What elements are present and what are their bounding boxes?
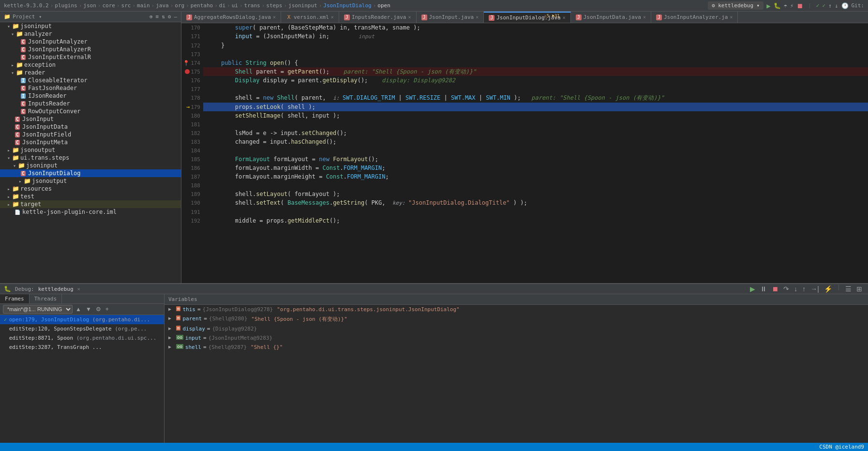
- variable-item-display[interactable]: ▶ m display = {Display@9282}: [165, 324, 868, 333]
- breadcrumb-item[interactable]: core: [102, 2, 115, 9]
- tree-item[interactable]: 📄 kettle-json-plugin-core.iml: [0, 208, 181, 216]
- breadcrumb-item[interactable]: di: [219, 2, 225, 9]
- var-expand-arrow[interactable]: ▶: [168, 306, 174, 312]
- tab-JsonInputDialog[interactable]: J JsonInputDialog.java × ⚠5 ⚑31: [484, 12, 570, 23]
- breadcrumb-item[interactable]: jsoninput: [288, 2, 317, 9]
- coverage-button[interactable]: ☂: [784, 2, 787, 9]
- git-clock[interactable]: 🕐: [841, 2, 849, 9]
- git-push[interactable]: ↑: [828, 2, 832, 9]
- tree-expand-arrow[interactable]: ▸: [10, 62, 15, 68]
- breadcrumb-item[interactable]: trans: [244, 2, 260, 9]
- frames-filter-button[interactable]: ⚙: [94, 305, 103, 313]
- tree-expand-arrow[interactable]: ▾: [10, 31, 15, 37]
- tree-expand-arrow[interactable]: ▾: [6, 155, 12, 161]
- tree-item[interactable]: ▸ 📁 exception: [0, 61, 181, 69]
- step-into-button[interactable]: ↓: [792, 284, 799, 294]
- threads-tab[interactable]: Threads: [30, 294, 62, 303]
- git-fetch[interactable]: ↓: [835, 2, 838, 9]
- minimize-icon[interactable]: —: [174, 14, 177, 20]
- run-to-cursor-button[interactable]: →|: [808, 284, 821, 294]
- tree-item[interactable]: ▸ 📁 jsonoutput: [0, 146, 181, 154]
- locate-file-icon[interactable]: ⊕: [150, 14, 153, 20]
- tree-item[interactable]: I CloseableIterator: [0, 76, 181, 84]
- tree-item[interactable]: I IJsonReader: [0, 92, 181, 100]
- tab-close-button[interactable]: ×: [730, 15, 733, 20]
- settings-icon[interactable]: ⚙: [168, 14, 171, 20]
- tab-close-button[interactable]: ×: [476, 15, 479, 20]
- frames-up-button[interactable]: ▲: [74, 305, 83, 313]
- tab-JsonInputAnalyzer[interactable]: J JsonInputAnalyzer.ja ×: [651, 12, 738, 23]
- step-out-button[interactable]: ↑: [800, 284, 808, 294]
- tree-item[interactable]: C JsonInputDialog: [0, 169, 181, 177]
- tree-expand-arrow[interactable]: ▾: [10, 70, 15, 75]
- tab-close-button[interactable]: ×: [563, 15, 566, 20]
- breadcrumb-item[interactable]: kettle-9.3.0.2: [4, 2, 49, 9]
- tree-item[interactable]: ▸ 📁 resources: [0, 185, 181, 193]
- code-editor[interactable]: 170 super( parent, (BaseStepMeta) in, tr…: [181, 23, 868, 283]
- breadcrumb-item[interactable]: steps: [266, 2, 282, 9]
- var-expand-arrow[interactable]: ▶: [168, 344, 174, 349]
- tree-expand-arrow[interactable]: ▾: [6, 24, 12, 29]
- run-config-selector[interactable]: ⚙ kettledebug ▾: [708, 1, 763, 10]
- tree-item[interactable]: C JsonInputExternalR: [0, 53, 181, 61]
- tree-item[interactable]: C JsonInputMeta: [0, 138, 181, 146]
- tree-item[interactable]: C JsonInputField: [0, 131, 181, 138]
- tree-item[interactable]: C JsonInputData: [0, 123, 181, 131]
- tree-item[interactable]: ▾ 📁 analyzer: [0, 30, 181, 38]
- frames-list-button[interactable]: ☰: [843, 284, 853, 294]
- tree-item[interactable]: C JsonInputAnalyzer: [0, 38, 181, 45]
- evaluate-button[interactable]: ⚡: [822, 284, 834, 294]
- tab-InputsReader[interactable]: J InputsReader.java ×: [339, 12, 417, 23]
- variable-item-shell[interactable]: ▶ oo shell = {Shell@9287} "Shell {}": [165, 343, 868, 352]
- resume-button[interactable]: ▶: [748, 284, 757, 294]
- var-expand-arrow[interactable]: ▶: [168, 335, 174, 340]
- frames-down-button[interactable]: ▼: [84, 305, 93, 313]
- tree-item[interactable]: ▸ 📁 test: [0, 193, 181, 200]
- tab-close-button[interactable]: ×: [331, 15, 334, 20]
- project-dropdown-icon[interactable]: ▾: [39, 14, 42, 19]
- tree-expand-arrow[interactable]: ▸: [17, 179, 23, 184]
- debug-run-button[interactable]: 🐛: [774, 2, 781, 9]
- step-over-button[interactable]: ↷: [781, 284, 791, 294]
- variable-item-this[interactable]: ▶ m this = {JsonInputDialog@9278} "org.p…: [165, 305, 868, 314]
- tab-JsonInputData[interactable]: J JsonInputData.java ×: [571, 12, 651, 23]
- tree-expand-arrow[interactable]: ▾: [12, 163, 17, 168]
- breadcrumb-item[interactable]: org: [175, 2, 184, 9]
- frame-item[interactable]: ✓ editStep:3287, TransGraph ...: [0, 343, 164, 352]
- breadcrumb-item[interactable]: json: [83, 2, 96, 9]
- breadcrumb-item[interactable]: src: [121, 2, 131, 9]
- tab-JsonInput[interactable]: J JsonInput.java ×: [417, 12, 484, 23]
- thread-selector[interactable]: *main*@1... RUNNING: [3, 305, 73, 314]
- tree-expand-arrow[interactable]: ▸: [6, 186, 12, 192]
- tab-close-button[interactable]: ×: [273, 15, 276, 20]
- breadcrumb-item[interactable]: ui: [232, 2, 238, 9]
- tree-expand-arrow[interactable]: ▸: [6, 202, 12, 207]
- restore-layout-button[interactable]: ⊞: [854, 284, 864, 294]
- frames-copy-button[interactable]: +: [104, 305, 110, 313]
- debug-session-close[interactable]: ×: [77, 286, 81, 292]
- breadcrumb-item[interactable]: main: [137, 2, 150, 9]
- breadcrumb-item[interactable]: JsonInputDialog: [323, 2, 371, 9]
- frame-item[interactable]: ✓ editStep:8871, Spoon (org.pentaho.di.u…: [0, 333, 164, 343]
- breadcrumb-item[interactable]: plugins: [55, 2, 77, 9]
- tree-expand-arrow[interactable]: ▸: [6, 194, 12, 199]
- tab-AggregateRowsDialog[interactable]: J AggregateRowsDialog.java ×: [181, 12, 281, 23]
- tree-item[interactable]: ▾ 📁 jsoninput: [0, 22, 181, 30]
- breadcrumb-item[interactable]: pentaho: [191, 2, 213, 9]
- var-expand-arrow[interactable]: ▶: [168, 326, 174, 331]
- stop-debug-button[interactable]: ⏹: [770, 284, 780, 294]
- tree-item[interactable]: ▾ 📁 reader: [0, 69, 181, 76]
- debug-session-name[interactable]: kettledebug: [38, 286, 74, 292]
- tree-item[interactable]: C JsonInput: [0, 115, 181, 123]
- profile-button[interactable]: ⚡: [790, 2, 793, 9]
- tree-item[interactable]: ▾ 📁 jsoninput: [0, 162, 181, 169]
- variable-item-parent[interactable]: ▶ m parent = {Shell@9280} "Shell {Spoon …: [165, 314, 868, 324]
- stop-button[interactable]: ⏹: [796, 2, 803, 10]
- tree-item[interactable]: C JsonInputAnalyzerR: [0, 45, 181, 53]
- tree-item[interactable]: ▾ 📁 ui.trans.steps: [0, 154, 181, 162]
- tab-close-button[interactable]: ×: [643, 15, 646, 20]
- tree-item[interactable]: C FastJsonReader: [0, 84, 181, 92]
- var-expand-arrow[interactable]: ▶: [168, 316, 174, 321]
- variable-item-input[interactable]: ▶ oo input = {JsonInputMeta@9283}: [165, 333, 868, 343]
- tree-item[interactable]: C InputsReader: [0, 100, 181, 107]
